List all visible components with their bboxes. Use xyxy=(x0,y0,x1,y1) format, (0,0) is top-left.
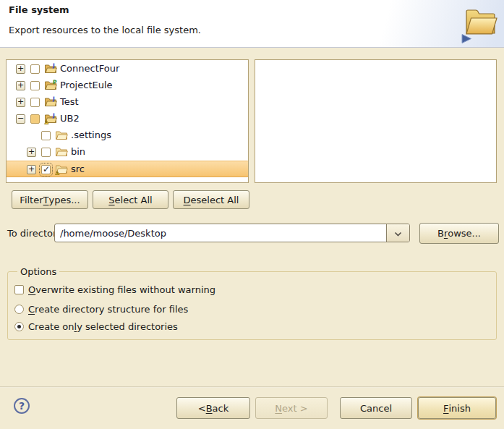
folder-warning-icon xyxy=(55,163,68,175)
label-part: < xyxy=(198,403,206,414)
tree-item-label: .settings xyxy=(71,127,111,143)
label-part: Filter xyxy=(20,195,43,205)
only-selected-label[interactable]: Create only selected directories xyxy=(28,321,178,332)
resource-tree[interactable]: +JConnectFour+PProjectEule+JTest−JUB2.se… xyxy=(6,59,249,183)
page-description: Export resources to the local file syste… xyxy=(9,25,201,35)
directory-combo-input[interactable] xyxy=(55,224,387,242)
tree-item-label: ProjectEule xyxy=(60,77,113,93)
overwrite-checkbox[interactable] xyxy=(14,285,24,294)
label-part: ypes... xyxy=(49,195,80,205)
tree-item-projecteule[interactable]: +PProjectEule xyxy=(7,77,248,94)
file-list-panel[interactable] xyxy=(255,59,497,183)
tree-item-label: UB2 xyxy=(60,111,80,127)
tree-item-test[interactable]: +JTest xyxy=(7,94,248,111)
label-part: Cancel xyxy=(360,403,392,414)
wizard-header: File system Export resources to the loca… xyxy=(0,0,504,48)
java-project-icon: J xyxy=(44,63,57,75)
export-wizard-dialog: File system Export resources to the loca… xyxy=(0,0,504,429)
label-part: ack xyxy=(213,403,229,414)
tree-item-label: Test xyxy=(60,94,79,110)
cancel-button[interactable]: Cancel xyxy=(340,397,412,419)
only-selected-radio[interactable] xyxy=(14,322,24,331)
svg-text:J: J xyxy=(52,113,55,119)
tree-item-label: src xyxy=(71,161,85,177)
label-part: ext > xyxy=(282,403,308,414)
tree-item-settings[interactable]: .settings xyxy=(7,127,248,144)
export-folder-icon xyxy=(461,3,499,46)
label-part: T xyxy=(43,195,49,205)
folder-icon xyxy=(55,129,68,141)
label-part: B xyxy=(206,403,213,414)
java-project-warning-icon: J xyxy=(44,113,57,124)
tree-checkbox[interactable] xyxy=(41,148,51,157)
tree-checkbox[interactable] xyxy=(30,64,40,74)
tree-checkbox[interactable] xyxy=(41,165,51,174)
directory-combo[interactable] xyxy=(54,224,410,242)
tree-item-label: bin xyxy=(71,144,85,160)
label-part: F xyxy=(443,403,448,414)
page-title: File system xyxy=(9,4,69,15)
label-part: inish xyxy=(449,403,471,414)
tree-checkbox[interactable] xyxy=(30,114,40,124)
browse-button[interactable]: Browse... xyxy=(419,223,499,244)
label-part: D xyxy=(184,195,191,205)
combo-dropdown-button[interactable] xyxy=(386,224,409,242)
deselect-all-button[interactable]: Deselect All xyxy=(173,190,249,209)
options-legend: Options xyxy=(17,266,59,277)
tree-checkbox[interactable] xyxy=(41,131,51,140)
java-project-icon: J xyxy=(44,96,57,108)
tree-checkbox[interactable] xyxy=(30,98,40,107)
folder-icon xyxy=(55,146,68,158)
finish-button[interactable]: Finish xyxy=(418,397,496,419)
back-button[interactable]: < Back xyxy=(176,397,250,419)
collapse-icon[interactable]: − xyxy=(16,114,25,124)
expand-icon[interactable]: + xyxy=(16,81,25,90)
footer-separator xyxy=(0,386,504,388)
tree-item-label: ConnectFour xyxy=(60,61,119,77)
tree-item-bin[interactable]: +bin xyxy=(7,144,248,161)
svg-text:J: J xyxy=(52,96,55,102)
tree-checkbox[interactable] xyxy=(30,81,40,90)
help-button[interactable]: ? xyxy=(14,398,30,414)
tree-item-src[interactable]: +src xyxy=(7,161,248,177)
svg-text:P: P xyxy=(53,80,57,85)
project-p-icon: P xyxy=(44,80,57,91)
expand-icon[interactable]: + xyxy=(27,165,36,174)
overwrite-label[interactable]: Overwrite existing files without warning xyxy=(28,284,215,295)
label-part: B xyxy=(437,228,444,239)
label-part: elect All xyxy=(115,195,153,205)
dir-structure-label[interactable]: Create directory structure for files xyxy=(28,304,188,315)
label-part: N xyxy=(275,403,282,414)
question-icon: ? xyxy=(19,400,25,412)
chevron-down-icon xyxy=(394,228,402,239)
label-part: owse... xyxy=(448,228,481,239)
select-all-button[interactable]: Select All xyxy=(93,190,168,209)
label-part: S xyxy=(108,195,114,205)
expand-icon[interactable]: + xyxy=(27,148,36,157)
dir-structure-radio[interactable] xyxy=(14,305,24,314)
svg-text:J: J xyxy=(52,63,55,69)
tree-item-connectfour[interactable]: +JConnectFour xyxy=(7,61,248,77)
expand-icon[interactable]: + xyxy=(16,98,25,107)
next-button[interactable]: Next > xyxy=(255,397,328,419)
tree-item-ub2[interactable]: −JUB2 xyxy=(7,111,248,127)
expand-icon[interactable]: + xyxy=(16,64,25,74)
filter-types-button[interactable]: Filter Types... xyxy=(12,190,88,209)
label-part: eselect All xyxy=(191,195,239,205)
